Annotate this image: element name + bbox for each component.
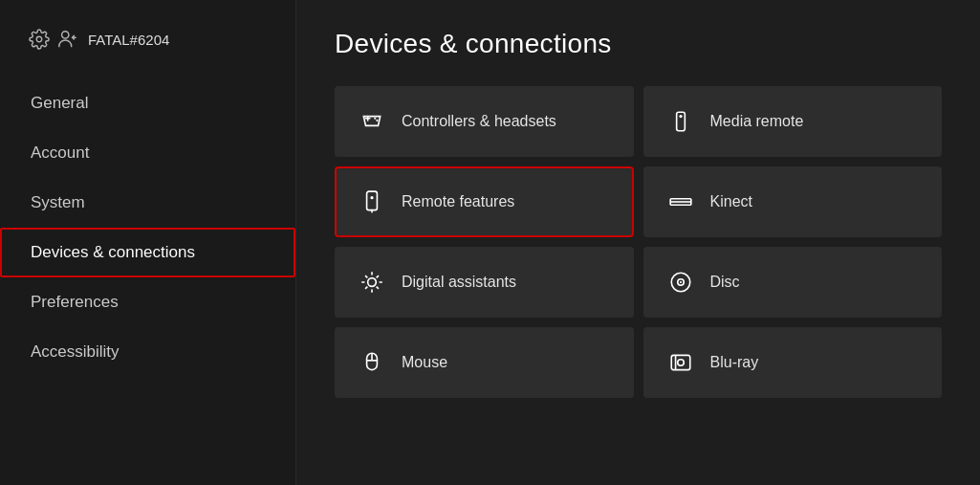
grid-item-label-disc: Disc [710, 274, 740, 291]
mouse-icon [358, 348, 386, 377]
svg-point-14 [679, 281, 681, 283]
kinect-icon [666, 187, 695, 216]
header-icons [29, 29, 78, 50]
sidebar-item-devices[interactable]: Devices & connections [0, 228, 295, 277]
svg-point-19 [677, 360, 684, 366]
gear-icon [29, 29, 50, 50]
grid-item-controllers[interactable]: Controllers & headsets [335, 86, 634, 157]
main-content: Devices & connections Controllers & head… [296, 0, 980, 485]
sidebar-nav: GeneralAccountSystemDevices & connection… [0, 78, 295, 377]
page-title: Devices & connections [335, 29, 942, 59]
grid-item-label-controllers: Controllers & headsets [402, 113, 556, 130]
grid-item-remote-features[interactable]: Remote features [335, 166, 634, 237]
svg-point-11 [368, 278, 377, 287]
sidebar: FATAL#6204 GeneralAccountSystemDevices &… [0, 0, 296, 485]
svg-rect-18 [671, 355, 690, 369]
avatar-icon [57, 29, 78, 50]
grid-item-label-mouse: Mouse [402, 354, 447, 371]
grid-item-digital-assistants[interactable]: Digital assistants [335, 247, 634, 318]
grid-item-label-kinect: Kinect [710, 193, 752, 210]
grid-item-label-digital-assistants: Digital assistants [402, 274, 516, 291]
controllers-icon [358, 107, 386, 136]
svg-point-1 [62, 32, 69, 38]
grid-item-label-media-remote: Media remote [710, 113, 804, 130]
sidebar-header: FATAL#6204 [0, 19, 295, 78]
sidebar-item-general[interactable]: General [0, 78, 295, 128]
sidebar-item-preferences[interactable]: Preferences [0, 277, 295, 327]
svg-point-8 [370, 196, 373, 199]
grid-item-label-blu-ray: Blu-ray [710, 354, 759, 371]
sidebar-item-system[interactable]: System [0, 178, 295, 228]
username-label: FATAL#6204 [88, 32, 169, 48]
grid-item-media-remote[interactable]: Media remote [643, 86, 943, 157]
grid-item-mouse[interactable]: Mouse [335, 327, 634, 398]
disc-icon [666, 268, 695, 297]
devices-grid: Controllers & headsetsMedia remoteRemote… [335, 86, 942, 398]
sidebar-item-accessibility[interactable]: Accessibility [0, 327, 295, 377]
grid-item-kinect[interactable]: Kinect [643, 166, 943, 237]
sidebar-item-account[interactable]: Account [0, 128, 295, 178]
blu-ray-icon [666, 348, 695, 377]
digital-assistants-icon [358, 268, 386, 297]
svg-rect-6 [367, 191, 378, 210]
svg-point-3 [376, 120, 378, 121]
grid-item-label-remote-features: Remote features [402, 193, 514, 210]
remote-features-icon [358, 187, 386, 216]
svg-point-0 [36, 36, 42, 42]
grid-item-disc[interactable]: Disc [643, 247, 943, 318]
grid-item-blu-ray[interactable]: Blu-ray [643, 327, 943, 398]
media-remote-icon [666, 107, 695, 136]
svg-point-2 [374, 118, 376, 120]
